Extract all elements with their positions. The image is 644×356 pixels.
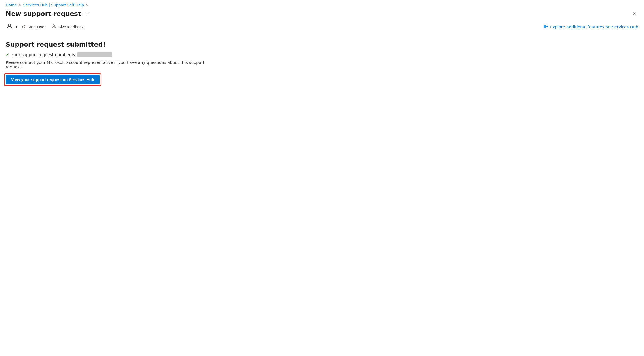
start-over-button[interactable]: ↺ Start Over [20,22,48,31]
give-feedback-label: Give feedback [58,25,84,29]
page-title: New support request [6,10,81,17]
button-area: View your support request on Services Hu… [6,75,638,84]
page-header: New support request ··· × [0,8,644,20]
svg-point-1 [53,25,55,26]
view-button-wrapper: View your support request on Services Hu… [6,75,100,84]
explore-services-hub-link[interactable]: Explore additional features on Services … [543,24,638,30]
ellipsis-button[interactable]: ··· [84,10,91,17]
feedback-icon [51,24,56,30]
close-button[interactable]: × [630,9,638,18]
give-feedback-button[interactable]: Give feedback [49,22,86,32]
chevron-down-icon: ▾ [16,25,17,29]
request-number-redacted [77,52,112,57]
breadcrumb-sep-2: > [86,3,89,7]
check-icon: ✓ [6,52,9,57]
view-support-request-button[interactable]: View your support request on Services Hu… [6,75,100,84]
breadcrumb-services-hub[interactable]: Services Hub | Support Self Help [23,3,84,7]
main-content: Support request submitted! ✓ Your suppor… [0,34,644,91]
start-over-label: Start Over [27,25,46,29]
success-title: Support request submitted! [6,41,638,48]
toolbar: ▾ ↺ Start Over Give feedback [0,20,644,34]
contact-note: Please contact your Microsoft account re… [6,60,207,69]
annotation-arrow [6,75,638,91]
user-icon-button[interactable] [6,22,13,32]
user-icon [7,24,12,30]
explore-label: Explore additional features on Services … [550,25,638,29]
chevron-down-button[interactable]: ▾ [14,23,18,31]
breadcrumb: Home > Services Hub | Support Self Help … [0,0,644,8]
breadcrumb-sep-1: > [18,3,21,7]
request-number-label: Your support request number is [12,52,75,57]
explore-icon [543,24,548,30]
breadcrumb-home[interactable]: Home [6,3,17,7]
svg-point-0 [8,24,11,26]
request-number-row: ✓ Your support request number is [6,52,638,57]
refresh-icon: ↺ [22,24,26,30]
